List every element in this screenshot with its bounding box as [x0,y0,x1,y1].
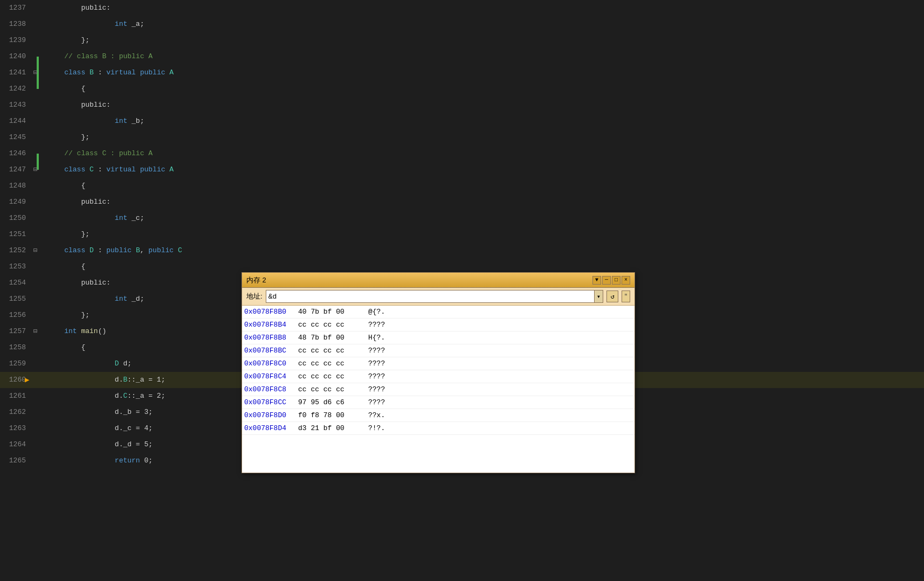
addr-input[interactable] [266,290,594,302]
token: public: [81,101,111,109]
line-number: 1241 [0,65,32,81]
line-number: 1243 [0,97,32,113]
mem-bytes: 40 7b bf 00 [298,306,368,319]
token [98,359,115,368]
memory-row[interactable]: 0x0078F8C8 cc cc cc cc ???? [242,383,635,396]
close-button[interactable]: × [622,276,630,285]
code-content: { [43,340,85,356]
mem-chars: ???? [368,357,385,370]
token: A [169,68,174,77]
code-content: return 0; [43,453,153,469]
token: class [64,246,85,254]
addr-dropdown[interactable]: ▼ [594,290,603,302]
token: // class C : public A [64,149,153,157]
fold-indicator[interactable]: ⊟ [33,243,37,259]
minimize-button[interactable]: ─ [602,276,611,285]
token: int [115,117,127,125]
mem-addr: 0x0078F8C4 [244,370,298,383]
arrow-indicator: ▶ [25,372,29,388]
token: _c; [127,214,144,222]
memory-row[interactable]: 0x0078F8C4 cc cc cc cc ???? [242,370,635,383]
dropdown-button[interactable]: ▼ [592,276,601,285]
token [98,20,115,28]
memory-content[interactable]: 0x0078F8B0 40 7b bf 00 @{?.0x0078F8B4 cc… [242,306,635,473]
addr-label: 地址: [246,292,263,301]
token [98,295,115,303]
line-number: 1265 [0,453,32,469]
code-line: 1238 int _a; [0,16,924,32]
memory-row[interactable]: 0x0078F8BC cc cc cc cc ???? [242,344,635,357]
token: d; [119,359,132,368]
token [98,117,115,125]
line-number: 1264 [0,437,32,453]
token: A [169,165,174,174]
memory-row[interactable]: 0x0078F8B4 cc cc cc cc ???? [242,319,635,331]
token: C [89,165,94,174]
mem-bytes: cc cc cc cc [298,344,368,357]
token: d._c = 4; [98,424,153,432]
code-content: { [43,178,85,194]
token: : [94,68,106,77]
addr-input-container: ▼ [266,290,603,303]
token: ::_a = 2; [127,392,165,400]
fold-indicator[interactable]: ⊟ [33,162,37,178]
line-number: 1237 [0,0,32,16]
code-line: 1250 int _c; [0,210,924,226]
code-line: 1251 }; [0,226,924,243]
code-line: 1252⊟ class D : public B, public C [0,243,924,259]
memory-row[interactable]: 0x0078F8B8 48 7b bf 00 H{?. [242,331,635,344]
memory-row[interactable]: 0x0078F8CC 97 95 d6 c6 ???? [242,396,635,409]
mem-bytes: 97 95 d6 c6 [298,396,368,409]
token: _d; [127,295,144,303]
memory-row[interactable]: 0x0078F8C0 cc cc cc cc ???? [242,357,635,370]
editor-container: 1237 public:1238 int _a;1239 };1240 // c… [0,0,924,581]
line-number: 1248 [0,178,32,194]
code-line: 1249 public: [0,194,924,210]
code-line: 1245 }; [0,129,924,146]
mem-bytes: f0 f8 78 00 [298,409,368,422]
memory-row[interactable]: 0x0078F8D4 d3 21 bf 00 ?!?. [242,422,635,435]
token: }; [81,133,89,141]
token: main [81,327,98,335]
code-content: d._c = 4; [43,420,153,437]
mem-addr: 0x0078F8B4 [244,319,298,331]
token [98,456,115,465]
refresh-button[interactable]: ↺ [606,290,618,302]
expand-button[interactable]: " [622,290,630,302]
mem-addr: 0x0078F8BC [244,344,298,357]
mem-chars: ???? [368,383,385,396]
code-line: 1240 // class B : public A [0,49,924,65]
token [174,246,178,254]
token: d. [98,392,123,400]
token: int [115,295,127,303]
token [85,68,89,77]
token: , [140,246,149,254]
code-content: public: [43,97,111,113]
line-number: 1247 [0,162,32,178]
token: int [115,20,127,28]
line-number: 1244 [0,113,32,129]
mem-chars: ???? [368,344,385,357]
mem-bytes: cc cc cc cc [298,370,368,383]
token: D [115,359,119,368]
maximize-button[interactable]: □ [612,276,620,285]
mem-bytes: cc cc cc cc [298,383,368,396]
memory-row[interactable]: 0x0078F8B0 40 7b bf 00 @{?. [242,306,635,319]
token [85,165,89,174]
code-content: d._d = 5; [43,437,153,453]
memory-title: 内存 2 [246,275,266,285]
token: public [140,68,166,77]
memory-row[interactable]: 0x0078F8D0 f0 f8 78 00 ??x. [242,409,635,422]
mem-bytes: d3 21 bf 00 [298,422,368,435]
token: }; [81,230,89,238]
fold-indicator[interactable]: ⊟ [33,323,37,340]
fold-indicator[interactable]: ⊟ [33,65,37,81]
line-number: 1255 [0,291,32,307]
token: public [106,246,132,254]
code-content: int _a; [43,16,144,32]
code-content: class B : virtual public A [43,65,174,81]
code-content: // class B : public A [43,49,153,65]
mem-bytes: cc cc cc cc [298,357,368,370]
code-content: }; [43,129,89,146]
token: _a; [127,20,144,28]
